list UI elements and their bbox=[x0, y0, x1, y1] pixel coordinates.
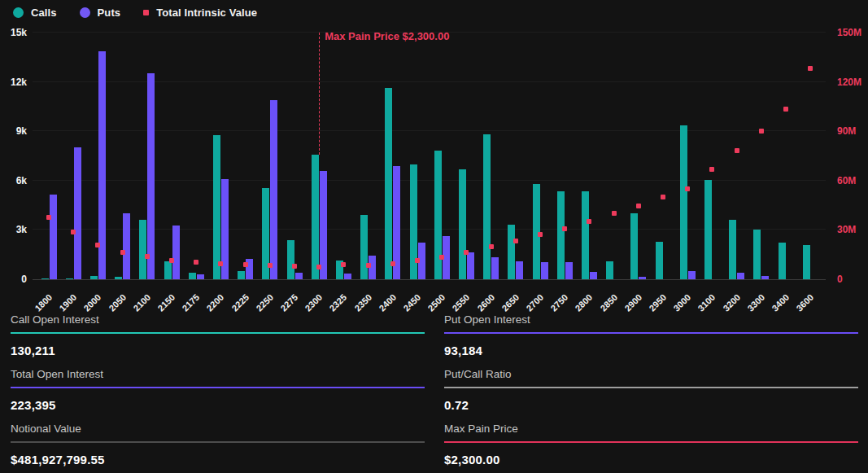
plot-area[interactable]: Max Pain Price $2,300.00 180019002000205… bbox=[33, 33, 826, 279]
put-bar[interactable] bbox=[491, 257, 499, 279]
intrinsic-value-point[interactable] bbox=[735, 148, 739, 153]
call-bar[interactable] bbox=[360, 215, 368, 279]
put-bar[interactable] bbox=[320, 171, 327, 279]
put-bar[interactable] bbox=[123, 213, 130, 279]
call-bar[interactable] bbox=[238, 271, 245, 279]
intrinsic-value-point[interactable] bbox=[439, 255, 444, 260]
left-axis-tick: 6k bbox=[0, 175, 27, 186]
intrinsic-value-point[interactable] bbox=[366, 263, 371, 268]
call-bar[interactable] bbox=[582, 191, 589, 279]
stat-label: Notional Value bbox=[11, 423, 425, 435]
put-bar[interactable] bbox=[565, 262, 573, 279]
call-bar[interactable] bbox=[90, 276, 98, 279]
put-bar[interactable] bbox=[172, 226, 180, 279]
call-bar[interactable] bbox=[803, 245, 810, 279]
call-bar[interactable] bbox=[164, 261, 172, 279]
intrinsic-value-point[interactable] bbox=[513, 239, 518, 243]
put-bar[interactable] bbox=[197, 274, 204, 279]
call-bar[interactable] bbox=[704, 180, 712, 279]
call-bar[interactable] bbox=[557, 191, 565, 279]
x-axis-tick: 2175 bbox=[181, 292, 202, 313]
intrinsic-value-point[interactable] bbox=[390, 261, 395, 266]
intrinsic-value-point[interactable] bbox=[464, 250, 469, 255]
call-bar[interactable] bbox=[753, 230, 761, 279]
intrinsic-value-point[interactable] bbox=[783, 107, 788, 112]
right-axis-tick: 30M bbox=[837, 224, 866, 235]
put-bar[interactable] bbox=[639, 277, 646, 279]
legend-item-calls[interactable]: Calls bbox=[13, 7, 57, 19]
x-axis-tick: 2100 bbox=[131, 292, 152, 313]
call-bar[interactable] bbox=[483, 134, 491, 279]
call-bar[interactable] bbox=[779, 243, 786, 279]
call-bar[interactable] bbox=[139, 220, 146, 279]
put-bar[interactable] bbox=[590, 272, 597, 279]
puts-marker-icon bbox=[80, 7, 90, 18]
put-bar[interactable] bbox=[737, 273, 744, 279]
intrinsic-value-point[interactable] bbox=[661, 195, 665, 199]
call-bar[interactable] bbox=[680, 125, 687, 279]
intrinsic-value-point[interactable] bbox=[120, 250, 125, 255]
put-bar[interactable] bbox=[761, 276, 769, 279]
left-axis-tick: 9k bbox=[0, 125, 27, 137]
x-axis-tick: 3400 bbox=[770, 292, 791, 313]
intrinsic-value-point[interactable] bbox=[587, 219, 591, 224]
x-axis-tick: 2325 bbox=[328, 292, 349, 313]
intrinsic-value-point[interactable] bbox=[268, 263, 273, 268]
legend-item-total-intrinsic-value[interactable]: Total Intrinsic Value bbox=[143, 7, 257, 19]
gridline bbox=[33, 279, 826, 280]
intrinsic-value-point[interactable] bbox=[759, 129, 764, 134]
intrinsic-value-point[interactable] bbox=[636, 204, 641, 208]
intrinsic-value-point[interactable] bbox=[489, 244, 494, 249]
x-axis-tick: 2800 bbox=[574, 292, 595, 313]
stat-label: Total Open Interest bbox=[11, 368, 425, 380]
intrinsic-value-point[interactable] bbox=[709, 167, 714, 172]
intrinsic-value-point[interactable] bbox=[292, 264, 297, 269]
intrinsic-value-point[interactable] bbox=[685, 186, 690, 191]
put-bar[interactable] bbox=[467, 252, 474, 279]
put-bar[interactable] bbox=[147, 73, 155, 280]
intrinsic-value-point[interactable] bbox=[612, 211, 617, 216]
intrinsic-value-point[interactable] bbox=[145, 254, 150, 259]
put-bar[interactable] bbox=[516, 261, 523, 279]
call-bar[interactable] bbox=[729, 220, 736, 279]
call-bar[interactable] bbox=[115, 277, 122, 279]
call-bar[interactable] bbox=[656, 242, 663, 279]
put-bar[interactable] bbox=[74, 147, 81, 279]
call-bar[interactable] bbox=[459, 169, 466, 279]
intrinsic-value-point[interactable] bbox=[194, 260, 198, 265]
call-bar[interactable] bbox=[287, 240, 294, 279]
call-bar[interactable] bbox=[312, 155, 319, 279]
intrinsic-value-point[interactable] bbox=[46, 215, 51, 220]
call-bar[interactable] bbox=[385, 88, 392, 279]
intrinsic-value-point[interactable] bbox=[415, 258, 420, 263]
put-bar[interactable] bbox=[50, 195, 57, 279]
call-bar[interactable] bbox=[434, 151, 442, 279]
intrinsic-value-point[interactable] bbox=[808, 66, 813, 71]
call-bar[interactable] bbox=[508, 225, 515, 279]
put-bar[interactable] bbox=[270, 100, 277, 279]
put-bar[interactable] bbox=[344, 274, 351, 279]
intrinsic-value-point[interactable] bbox=[243, 262, 248, 267]
call-bar[interactable] bbox=[66, 278, 73, 279]
intrinsic-value-point[interactable] bbox=[95, 243, 100, 247]
x-axis-tick: 2650 bbox=[499, 292, 521, 313]
call-bar[interactable] bbox=[606, 261, 613, 279]
intrinsic-value-point[interactable] bbox=[562, 226, 567, 231]
intrinsic-value-point[interactable] bbox=[169, 258, 174, 263]
put-bar[interactable] bbox=[541, 262, 548, 279]
call-bar[interactable] bbox=[41, 278, 49, 279]
intrinsic-value-point[interactable] bbox=[538, 232, 543, 237]
call-bar[interactable] bbox=[213, 135, 220, 279]
intrinsic-value-point[interactable] bbox=[218, 261, 223, 266]
intrinsic-value-point[interactable] bbox=[71, 230, 76, 234]
put-bar[interactable] bbox=[295, 273, 303, 279]
right-axis-tick: 0 bbox=[837, 274, 866, 285]
stat-label: Put/Call Ratio bbox=[444, 368, 858, 380]
intrinsic-value-point[interactable] bbox=[341, 262, 346, 267]
call-bar[interactable] bbox=[630, 213, 638, 279]
call-bar[interactable] bbox=[189, 273, 196, 279]
right-axis-tick: 60M bbox=[837, 175, 866, 186]
legend-item-puts[interactable]: Puts bbox=[80, 7, 121, 19]
put-bar[interactable] bbox=[688, 271, 696, 279]
intrinsic-value-point[interactable] bbox=[316, 265, 321, 269]
